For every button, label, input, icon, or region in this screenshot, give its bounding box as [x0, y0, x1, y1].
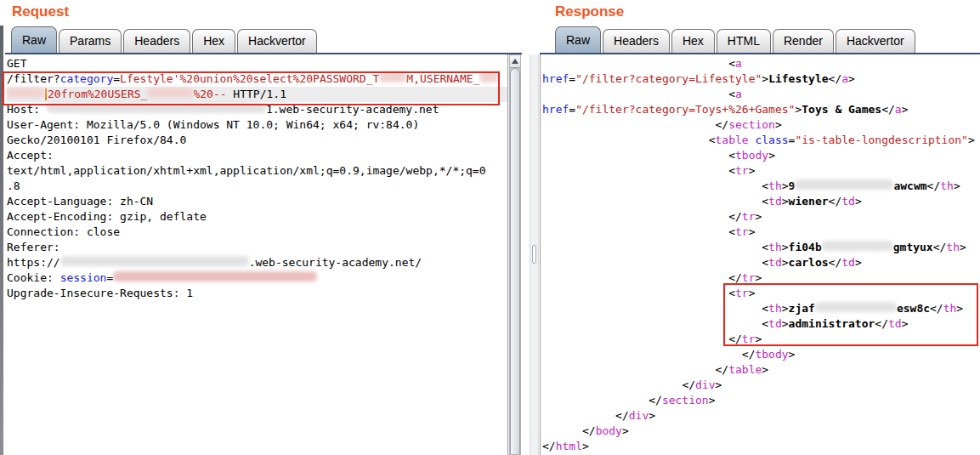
code-line: Upgrade-Insecure-Requests: 1: [7, 286, 507, 301]
code-line: User-Agent: Mozilla/5.0 (Windows NT 10.0…: [7, 117, 507, 133]
response-tab-raw[interactable]: Raw: [555, 26, 601, 53]
code-line: </table>: [542, 362, 980, 378]
request-panel-title: Request: [12, 3, 69, 20]
code-line: Host: 1.web-security-academy.net: [7, 102, 507, 117]
redacted-blur: [815, 302, 897, 312]
code-line: </html>: [542, 439, 980, 454]
response-tab-hex[interactable]: Hex: [671, 29, 715, 53]
code-line: Accept:: [7, 148, 507, 163]
redacted-blur: [479, 72, 498, 82]
scroll-up-button[interactable]: [510, 55, 520, 68]
code-line: </div>: [542, 408, 980, 424]
code-line: <td>wiener</td>: [542, 194, 980, 209]
response-editor-top-border: [540, 53, 980, 54]
code-line: <a: [542, 87, 980, 102]
code-line: <th>9awcwm</th>: [542, 179, 980, 194]
code-line: </tr>: [542, 332, 980, 347]
code-line: GET: [7, 56, 507, 71]
splitter-grip[interactable]: [532, 245, 536, 264]
code-line: </tbody>: [542, 347, 980, 362]
code-line: Connection: close: [7, 225, 507, 240]
request-editor-top-border: [5, 53, 522, 54]
response-tab-render[interactable]: Render: [773, 29, 834, 53]
code-line: <table class="is-table-longdescription">: [542, 133, 980, 148]
code-line: 20from%20USERS_%20-- HTTP/1.1: [7, 87, 507, 102]
up-arrow-icon: [512, 59, 518, 64]
request-tab-hex[interactable]: Hex: [192, 29, 235, 53]
request-tab-headers[interactable]: Headers: [123, 29, 190, 53]
redacted-blur: [822, 241, 893, 251]
code-line: Accept-Encoding: gzip, deflate: [7, 209, 507, 225]
response-tab-hackvertor[interactable]: Hackvertor: [836, 29, 915, 53]
redacted-blur: [379, 72, 406, 82]
scrollbar-thumb[interactable]: [510, 68, 520, 454]
request-tab-params[interactable]: Params: [59, 29, 122, 53]
code-line: </tr>: [542, 270, 980, 286]
code-line: Cookie: session=: [7, 270, 507, 286]
code-line: Referer:: [7, 240, 507, 255]
redacted-blur: [60, 256, 249, 266]
code-line: </section>: [542, 393, 980, 408]
request-tab-raw[interactable]: Raw: [11, 26, 57, 53]
response-editor[interactable]: <ahref="/filter?category=Lifestyle">Life…: [540, 54, 980, 455]
code-line: Gecko/20100101 Firefox/84.0: [7, 133, 507, 148]
left-edge-strip: [0, 26, 3, 455]
code-line: /filter?category=Lfestyle'%20union%20sel…: [7, 71, 507, 87]
request-tab-hackvertor[interactable]: Hackvertor: [237, 29, 317, 53]
panel-splitter[interactable]: [530, 54, 539, 455]
response-raw-text: <ahref="/filter?category=Lifestyle">Life…: [541, 54, 980, 454]
code-line: href="/filter?category=Lifestyle">Lifest…: [542, 71, 980, 87]
request-raw-text: GET/filter?category=Lfestyle'%20union%20…: [5, 54, 507, 301]
code-line: </body>: [542, 424, 980, 439]
request-scrollbar[interactable]: [509, 54, 521, 455]
code-line: <th>zjafesw8c</th>: [542, 301, 980, 316]
code-line: <td>carlos</td>: [542, 255, 980, 270]
response-tab-html[interactable]: HTML: [717, 29, 771, 53]
code-line: Accept-Language: zh-CN: [7, 194, 507, 209]
code-line: href="/filter?category=Toys+%26+Games">T…: [542, 102, 980, 117]
code-line: https://.web-security-academy.net/: [7, 255, 507, 270]
response-panel-title: Response: [555, 3, 624, 20]
response-tab-headers[interactable]: Headers: [603, 29, 670, 53]
redacted-blur: [7, 88, 44, 98]
request-editor[interactable]: GET/filter?category=Lfestyle'%20union%20…: [5, 54, 508, 455]
code-line: <tr>: [542, 225, 980, 240]
redacted-blur: [147, 88, 193, 98]
code-line: <a: [542, 56, 980, 71]
code-line: </tr>: [542, 209, 980, 225]
code-line: <tr>: [542, 163, 980, 179]
response-tabbar: RawHeadersHexHTMLRenderHackvertor: [555, 27, 917, 53]
redacted-blur: [47, 103, 266, 113]
redacted-blur: [113, 271, 317, 282]
code-line: .8: [7, 179, 507, 194]
code-line: <tbody>: [542, 148, 980, 163]
redacted-blur: [795, 179, 893, 190]
code-line: <tr>: [542, 286, 980, 301]
code-line: </section>: [542, 117, 980, 133]
code-line: <td>administrator</td>: [542, 316, 980, 332]
code-line: </div>: [542, 378, 980, 393]
code-line: text/html,application/xhtml+xml,applicat…: [7, 163, 507, 179]
request-tabbar: RawParamsHeadersHexHackvertor: [11, 27, 319, 53]
code-line: <th>fi04bgmtyux</th>: [542, 240, 980, 255]
text-caret: [45, 88, 47, 100]
